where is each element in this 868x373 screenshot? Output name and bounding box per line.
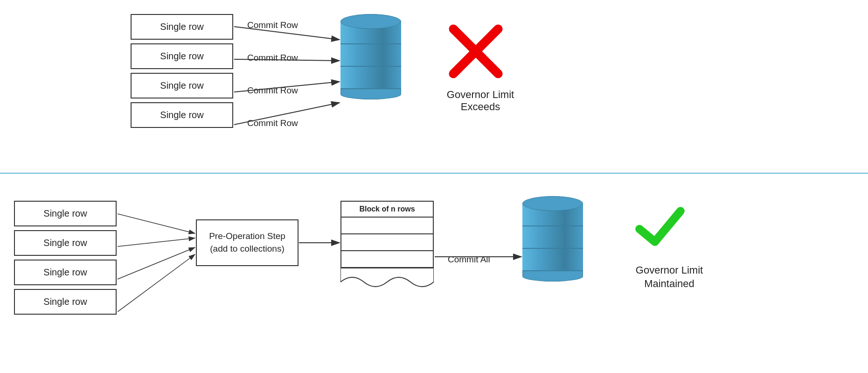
bottom-arrows-svg	[0, 182, 868, 373]
governor-limit-maintained-label: Governor LimitMaintained	[620, 264, 718, 290]
db-body	[340, 22, 401, 89]
bottom-row-1: Single row	[14, 201, 117, 226]
db-segment-3	[340, 67, 401, 89]
block-of-rows: Block of n rows	[340, 201, 434, 293]
top-row-4: Single row	[131, 102, 233, 128]
commit-all-label: Commit All	[448, 254, 490, 265]
svg-line-9	[118, 238, 195, 246]
bottom-row-list: Single row Single row Single row Single …	[14, 201, 117, 315]
block-squiggle	[340, 268, 434, 291]
red-x-icon	[448, 23, 504, 79]
top-diagram: Single row Single row Single row Single …	[0, 0, 868, 173]
svg-line-11	[118, 254, 195, 312]
top-row-3: Single row	[131, 73, 233, 99]
arrow-label-1: Commit Row	[247, 20, 298, 30]
bottom-row-3: Single row	[14, 260, 117, 285]
block-header: Block of n rows	[340, 201, 434, 218]
db-top-ellipse-bottom	[522, 196, 583, 211]
top-row-1: Single row	[131, 14, 233, 40]
block-row-3	[340, 251, 434, 268]
section-divider	[0, 173, 868, 174]
pre-op-label: Pre-Operation Step(add to collections)	[209, 230, 285, 255]
db-body-bottom	[522, 204, 583, 271]
bottom-row-2: Single row	[14, 230, 117, 256]
governor-limit-exceeds-label: Governor Limit Exceeds	[434, 89, 527, 113]
block-row-1	[340, 218, 434, 234]
arrow-label-4: Commit Row	[247, 118, 298, 128]
block-row-2	[340, 234, 434, 251]
db-seg-b3	[522, 249, 583, 271]
db-segment-2	[340, 44, 401, 67]
db-seg-b2	[522, 226, 583, 249]
svg-line-8	[118, 214, 195, 233]
arrow-label-3: Commit Row	[247, 85, 298, 96]
bottom-diagram: Single row Single row Single row Single …	[0, 182, 868, 373]
arrow-label-2: Commit Row	[247, 53, 298, 63]
svg-line-10	[118, 247, 195, 279]
db-top-ellipse	[340, 14, 401, 29]
db-cylinder-top	[340, 14, 401, 99]
db-cylinder-bottom	[522, 196, 583, 282]
green-check-icon	[634, 201, 686, 252]
top-database	[340, 14, 401, 99]
top-row-2: Single row	[131, 43, 233, 69]
bottom-row-4: Single row	[14, 289, 117, 315]
top-row-list: Single row Single row Single row Single …	[131, 14, 233, 128]
bottom-database	[522, 196, 583, 282]
db-bottom-ellipse	[340, 89, 401, 99]
db-bottom-ellipse-bottom	[522, 271, 583, 282]
pre-operation-box: Pre-Operation Step(add to collections)	[196, 219, 299, 266]
